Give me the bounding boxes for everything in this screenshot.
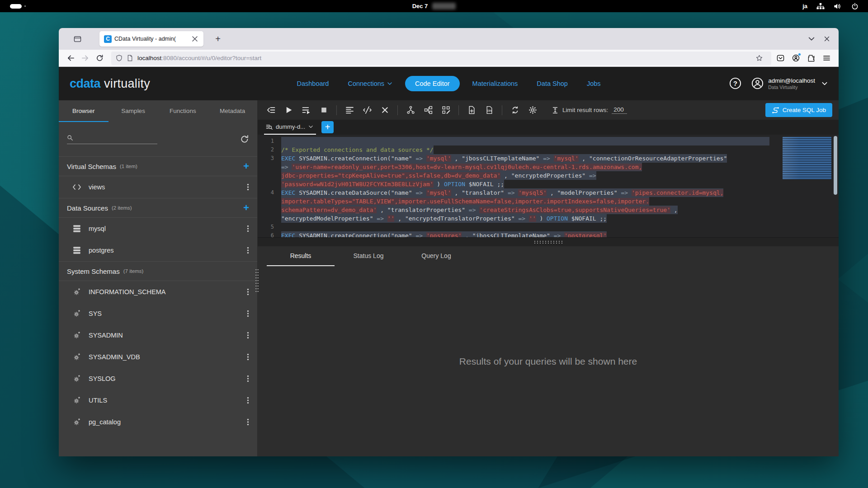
app-logo[interactable]: cdata virtuality (70, 77, 187, 91)
volume-icon[interactable] (834, 3, 842, 10)
results-tab-query-log[interactable]: Query Log (402, 246, 470, 266)
sql-code-editor[interactable]: 12/* Exported connections and data sourc… (258, 135, 839, 237)
browser-tab[interactable]: C CData Virtuality - admin( (99, 31, 203, 47)
new-tab-button[interactable]: + (212, 33, 224, 45)
power-icon[interactable] (851, 3, 859, 10)
sidebar-item-mysql[interactable]: mysql (59, 218, 257, 239)
results-tab-status-log[interactable]: Status Log (335, 246, 402, 266)
sidebar-tab-samples[interactable]: Samples (108, 100, 158, 122)
keyboard-layout-indicator[interactable]: ja (802, 3, 807, 9)
sidebar-tab-functions[interactable]: Functions (158, 100, 208, 122)
chevron-down-icon[interactable] (821, 80, 828, 87)
clock[interactable]: Dec 7 (0, 3, 868, 9)
network-icon[interactable] (816, 3, 825, 10)
nav-dashboard[interactable]: Dashboard (290, 76, 335, 91)
kebab-icon[interactable] (247, 288, 249, 296)
query-plan-button[interactable] (404, 103, 417, 117)
find-replace-button[interactable] (508, 103, 522, 117)
firefox-view-icon[interactable] (74, 35, 81, 43)
kebab-icon[interactable] (247, 225, 249, 232)
tab-close-icon[interactable] (191, 35, 199, 43)
run-all-button[interactable] (264, 103, 278, 117)
help-icon[interactable]: ? (729, 77, 741, 89)
editor-minimap[interactable] (783, 137, 831, 179)
nav-materializations[interactable]: Materializations (466, 76, 524, 91)
kebab-icon[interactable] (247, 310, 249, 317)
lineage-button[interactable] (421, 103, 435, 117)
refresh-icon[interactable] (240, 135, 249, 144)
sidebar-tab-browser[interactable]: Browser (59, 100, 108, 122)
code-line[interactable]: => 'user-name=readonly_user,port=3306,ho… (258, 163, 839, 171)
create-sql-job-button[interactable]: Create SQL Job (765, 103, 832, 117)
code-icon (72, 183, 81, 191)
user-menu[interactable]: admin@localhost Data Virtuality (751, 77, 828, 90)
nav-code-editor[interactable]: Code Editor (405, 76, 460, 91)
code-line[interactable]: 1 (258, 137, 839, 145)
kebab-icon[interactable] (247, 397, 249, 404)
tab-list-chevron-icon[interactable] (808, 35, 815, 42)
line-text: "encryptedModelProperties" => '' , "encr… (281, 214, 607, 223)
sidebar-item-utils[interactable]: UTILS (59, 389, 257, 411)
sidebar-resize-handle[interactable] (255, 268, 259, 294)
new-script-button[interactable] (465, 103, 478, 117)
sidebar-item-pg-catalog[interactable]: pg_catalog (59, 411, 257, 433)
sidebar-item-postgres[interactable]: postgres (59, 239, 257, 261)
code-line[interactable]: importer.tableTypes="TABLE,VIEW",importe… (258, 197, 839, 206)
schema-search-input[interactable] (67, 135, 157, 144)
comment-toggle-button[interactable] (360, 103, 374, 117)
kebab-icon[interactable] (247, 332, 249, 339)
code-line[interactable]: 2/* Exported connections and data source… (258, 145, 839, 154)
limit-value-input[interactable]: 200 (612, 106, 627, 114)
code-line[interactable]: 5 (258, 223, 839, 231)
editor-scrollbar[interactable] (834, 136, 837, 195)
nav-data-shop[interactable]: Data Shop (530, 76, 574, 91)
window-close-icon[interactable] (823, 35, 830, 42)
kebab-icon[interactable] (247, 353, 249, 361)
sidebar-item-views[interactable]: views (59, 176, 257, 198)
sidebar-item-sysadmin[interactable]: SYSADMIN (59, 324, 257, 346)
page-info-icon[interactable] (127, 55, 133, 61)
sidebar-item-syslog[interactable]: SYSLOG (59, 368, 257, 389)
panel-resize-divider[interactable] (258, 237, 839, 246)
export-csv-button[interactable]: CSV (482, 103, 496, 117)
results-tab-results[interactable]: Results (267, 246, 335, 266)
code-line[interactable]: schemaPattern=dv_demo_data' , "translato… (258, 206, 839, 214)
code-line[interactable]: jdbc-properties="tcpKeepAlive=true",ssl=… (258, 171, 839, 180)
shield-icon[interactable] (116, 55, 123, 61)
code-line[interactable]: "encryptedModelProperties" => '' , "encr… (258, 214, 839, 223)
bookmark-star-icon[interactable] (756, 55, 763, 61)
hamburger-menu-icon[interactable] (823, 54, 830, 62)
kebab-icon[interactable] (247, 183, 249, 191)
add-data-sources-button[interactable]: + (243, 203, 249, 213)
code-line[interactable]: 6EXEC SYSADMIN.createConnection("name" =… (258, 231, 839, 237)
forward-icon[interactable] (81, 54, 89, 62)
sidebar-item-sys[interactable]: SYS (59, 303, 257, 324)
add-virtual-schemas-button[interactable]: + (243, 161, 249, 171)
settings-button[interactable] (526, 103, 539, 117)
reload-icon[interactable] (96, 54, 104, 62)
nav-connections[interactable]: Connections (341, 76, 399, 91)
extensions-icon[interactable] (807, 54, 815, 62)
kebab-icon[interactable] (247, 418, 249, 426)
kebab-icon[interactable] (247, 247, 249, 254)
code-line[interactable]: 3EXEC SYSADMIN.createConnection("name" =… (258, 154, 839, 163)
metadata-button[interactable] (439, 103, 453, 117)
run-selection-button[interactable] (299, 103, 313, 117)
format-sql-button[interactable] (343, 103, 356, 117)
url-field[interactable]: localhost:8080/account/#/u/0/editor?tour… (111, 52, 771, 65)
query-tab[interactable]: dummy-d... (264, 123, 316, 135)
back-icon[interactable] (67, 54, 75, 62)
code-line[interactable]: 4EXEC SYSADMIN.createDataSource("name" =… (258, 188, 839, 197)
code-line[interactable]: 'password=wN1d2jvH01TW8U2FCYKIm3BE8LLzVj… (258, 180, 839, 188)
kebab-icon[interactable] (247, 375, 249, 382)
clear-button[interactable] (378, 103, 392, 117)
add-query-tab-button[interactable]: + (321, 121, 334, 133)
nav-jobs[interactable]: Jobs (580, 76, 607, 91)
sidebar-item-information-schema[interactable]: INFORMATION_SCHEMA (59, 281, 257, 303)
chevron-down-icon[interactable] (308, 124, 313, 129)
sidebar-tab-metadata[interactable]: Metadata (208, 100, 257, 122)
run-button[interactable] (282, 103, 295, 117)
sidebar-item-sysadmin-vdb[interactable]: SYSADMIN_VDB (59, 346, 257, 368)
save-to-pocket-icon[interactable] (777, 54, 784, 62)
stop-button[interactable] (317, 103, 330, 117)
